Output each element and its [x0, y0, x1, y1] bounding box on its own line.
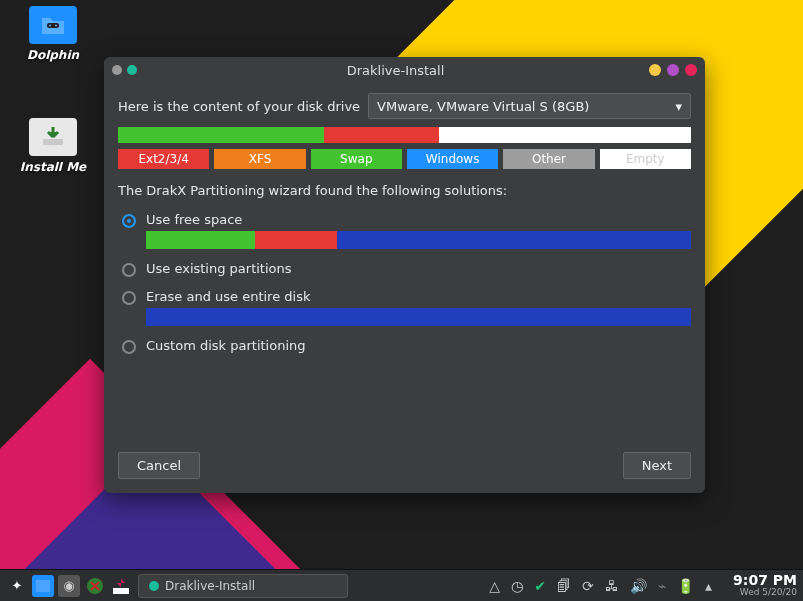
partition-legend: Ext2/3/4 XFS Swap Windows Other Empty	[118, 149, 691, 169]
option-preview-bar	[146, 308, 691, 326]
legend-xfs: XFS	[214, 149, 305, 169]
clock-icon[interactable]: ◷	[511, 578, 523, 594]
svg-point-2	[55, 25, 57, 27]
bluetooth-icon[interactable]: ⌁	[658, 578, 666, 594]
maximize-button[interactable]	[667, 64, 679, 76]
legend-ext: Ext2/3/4	[118, 149, 209, 169]
disk-content-label: Here is the content of your disk drive	[118, 99, 360, 114]
clock-date: Wed 5/20/20	[733, 588, 797, 597]
clock-time: 9:07 PM	[733, 573, 797, 588]
wizard-prompt: The DrakX Partitioning wizard found the …	[118, 183, 691, 198]
chevron-down-icon: ▾	[675, 99, 682, 114]
option-use-existing[interactable]: Use existing partitions	[118, 261, 691, 277]
option-use-free-space[interactable]: Use free space	[118, 212, 691, 249]
option-label: Erase and use entire disk	[146, 289, 310, 304]
folder-icon	[29, 6, 77, 44]
app-launcher-icon[interactable]: ✦	[6, 575, 28, 597]
svg-rect-3	[43, 139, 63, 145]
desktop-icon-install[interactable]: Install Me	[16, 118, 90, 174]
launcher-download-icon[interactable]	[110, 575, 132, 597]
launcher-dolphin-icon[interactable]	[32, 575, 54, 597]
taskbar-task-draklive[interactable]: Draklive-Install	[138, 574, 348, 598]
option-label: Use existing partitions	[146, 261, 292, 276]
battery-icon[interactable]: 🔋	[677, 578, 694, 594]
radio-icon	[122, 340, 136, 354]
radio-icon	[122, 291, 136, 305]
clipboard-icon[interactable]: 🗐	[557, 578, 571, 594]
drive-select-value: VMware, VMware Virtual S (8GB)	[377, 99, 589, 114]
tray-expand-icon[interactable]: ▴	[705, 578, 712, 594]
close-button[interactable]	[685, 64, 697, 76]
legend-windows: Windows	[407, 149, 498, 169]
shield-ok-icon[interactable]: ✔	[534, 578, 546, 594]
option-label: Use free space	[146, 212, 242, 227]
notifications-icon[interactable]: △	[489, 578, 500, 594]
svg-point-1	[49, 25, 51, 27]
titlebar[interactable]: Draklive-Install	[104, 57, 705, 83]
disk-usage-bar	[118, 127, 691, 143]
option-erase-disk[interactable]: Erase and use entire disk	[118, 289, 691, 326]
desktop-icon-label: Install Me	[20, 160, 86, 174]
launcher-media-icon[interactable]: ◉	[58, 575, 80, 597]
volume-icon[interactable]: 🔊	[630, 578, 647, 594]
legend-other: Other	[503, 149, 594, 169]
minimize-button[interactable]	[649, 64, 661, 76]
taskbar: ✦ ◉ Draklive-Install △ ◷ ✔ 🗐 ⟳ 🖧 🔊 ⌁ 🔋 ▴…	[0, 569, 803, 601]
cancel-button[interactable]: Cancel	[118, 452, 200, 479]
network-icon[interactable]: 🖧	[605, 578, 619, 594]
app-icon	[127, 65, 137, 75]
radio-icon	[122, 214, 136, 228]
svg-rect-0	[47, 23, 59, 28]
updater-icon[interactable]: ⟳	[582, 578, 594, 594]
drive-select[interactable]: VMware, VMware Virtual S (8GB) ▾	[368, 93, 691, 119]
legend-empty: Empty	[600, 149, 691, 169]
task-label: Draklive-Install	[165, 579, 255, 593]
app-icon	[112, 65, 122, 75]
svg-rect-6	[113, 588, 129, 594]
option-custom-partitioning[interactable]: Custom disk partitioning	[118, 338, 691, 354]
radio-icon	[122, 263, 136, 277]
option-label: Custom disk partitioning	[146, 338, 306, 353]
task-app-icon	[149, 581, 159, 591]
installer-window: Draklive-Install Here is the content of …	[104, 57, 705, 493]
installer-icon	[29, 118, 77, 156]
option-preview-bar	[146, 231, 691, 249]
desktop-icon-dolphin[interactable]: Dolphin	[16, 6, 90, 62]
svg-rect-4	[36, 580, 50, 592]
next-button[interactable]: Next	[623, 452, 691, 479]
panel-clock[interactable]: 9:07 PM Wed 5/20/20	[733, 573, 797, 597]
launcher-software-icon[interactable]	[84, 575, 106, 597]
window-title: Draklive-Install	[142, 63, 649, 78]
legend-swap: Swap	[311, 149, 402, 169]
desktop-icon-label: Dolphin	[27, 48, 79, 62]
